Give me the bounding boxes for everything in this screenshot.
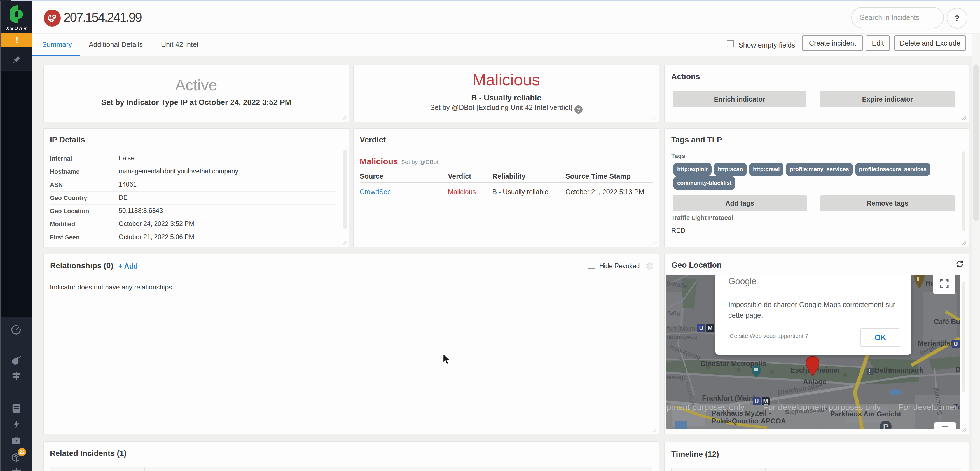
svg-text:For development purposes only: For development purposes only <box>763 403 881 412</box>
svg-text:P: P <box>883 422 888 429</box>
svg-text:U: U <box>699 325 703 331</box>
svg-text:U: U <box>953 341 958 347</box>
svg-text:heimer: heimer <box>817 366 840 374</box>
svg-text:M: M <box>708 325 713 331</box>
svg-text:Bethmannpark: Bethmannpark <box>875 366 923 374</box>
svg-text:pment purposes only: pment purposes only <box>667 403 745 412</box>
svg-text:Frankfurt (Main): Frankfurt (Main) <box>702 394 755 402</box>
svg-text:neburgweg: neburgweg <box>667 333 697 340</box>
svg-text:furt (Main): furt (Main) <box>667 325 695 332</box>
svg-text:B: B <box>956 365 959 373</box>
svg-text:PalaisQuartier APCOA: PalaisQuartier APCOA <box>711 417 786 425</box>
svg-text:Café Bu: Café Bu <box>934 318 959 325</box>
svg-text:U: U <box>754 398 759 404</box>
svg-text:For development: For development <box>898 403 959 412</box>
svg-text:erweg: erweg <box>667 374 683 381</box>
